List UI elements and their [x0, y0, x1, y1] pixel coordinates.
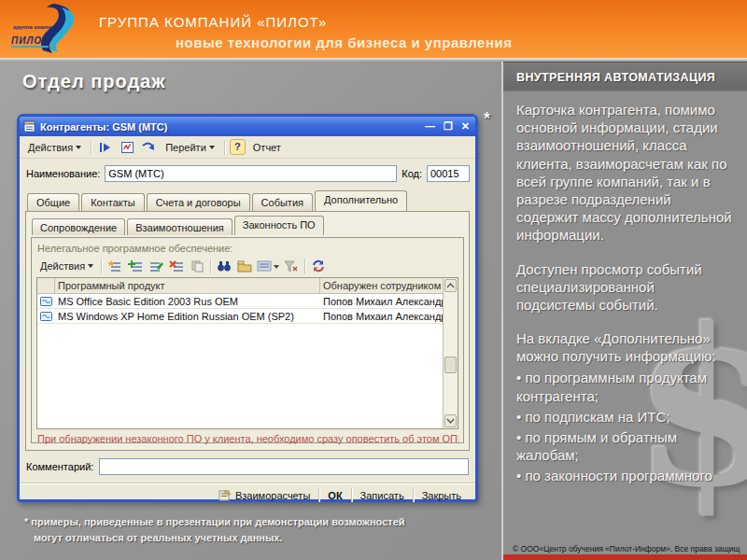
settlements-icon: [218, 489, 232, 501]
window-toolbar: Действия Перейти ?: [20, 136, 475, 159]
goto-label: Перейти: [165, 142, 206, 153]
bottom-red-strip: [503, 554, 747, 560]
minimize-icon[interactable]: —: [425, 121, 435, 132]
footnote-line2: могут отличаться от реальных учетных дан…: [34, 530, 405, 546]
structure-button[interactable]: [118, 138, 136, 156]
table-header: Программный продукт Обнаружен сотруднико…: [37, 278, 458, 294]
maximize-icon[interactable]: ❐: [444, 121, 453, 132]
scroll-down-button[interactable]: [444, 414, 457, 427]
refresh-button[interactable]: [309, 257, 328, 274]
tab-zakonnost-po[interactable]: Законность ПО: [234, 216, 324, 235]
sidebar-paragraph-3: На вкладке «Дополнительно» можно получит…: [516, 329, 736, 365]
vertical-scrollbar[interactable]: [443, 278, 458, 428]
tab-sobytiya[interactable]: События: [252, 193, 313, 211]
folder-icon: [237, 259, 252, 273]
chevron-down-icon: [76, 146, 81, 149]
delete-row-button[interactable]: [167, 257, 186, 274]
window-titlebar[interactable]: Контрагенты: GSM (МТС) — ❐ ✕: [20, 117, 475, 136]
close-icon[interactable]: ✕: [461, 121, 470, 132]
scrollbar-thumb[interactable]: [444, 357, 457, 373]
toolbar-separator: [210, 259, 211, 273]
add-copy-button[interactable]: [126, 257, 145, 274]
code-label: Код:: [402, 168, 422, 179]
window-title: Контрагенты: GSM (МТС): [40, 121, 421, 133]
footnote-asterisk: *: [484, 109, 490, 129]
list-actions-label: Действия: [40, 260, 85, 272]
report-label: Отчет: [253, 142, 281, 153]
window-button-bar: Взаиморасчеты ОК Записать Закрыть: [20, 483, 475, 504]
tab-obschie[interactable]: Общие: [27, 193, 79, 211]
list-item: по подпискам на ИТС;: [516, 408, 736, 426]
tab-scheta-i-dogovory[interactable]: Счета и договоры: [147, 193, 250, 211]
tab-soprovozhdenie[interactable]: Сопровождение: [32, 218, 125, 235]
go-back-button[interactable]: [96, 138, 115, 156]
product-column-header[interactable]: Программный продукт: [55, 278, 320, 293]
find-button[interactable]: [215, 257, 233, 274]
chevron-down-icon: [446, 418, 455, 424]
group-caption: Нелегальное программное обеспечение:: [36, 240, 458, 255]
chevron-up-icon: [446, 283, 455, 288]
settlements-label: Взаиморасчеты: [235, 490, 310, 501]
view-mode-button[interactable]: [256, 257, 280, 274]
dopolnitelno-panel: Сопровождение Взаимоотношения Законность…: [25, 211, 470, 451]
edit-row-button[interactable]: [147, 257, 165, 274]
employee-cell: Попов Михаил Александрович: [320, 310, 444, 322]
copy-icon: [190, 259, 204, 273]
logo-name-text: ПИЛОТ: [11, 35, 49, 48]
slide-header: группа компаний ПИЛОТ ГРУППА КОМПАНИЙ «П…: [0, 0, 747, 58]
sub-tabs: Сопровождение Взаимоотношения Законность…: [31, 216, 464, 237]
icon-column-header[interactable]: [37, 278, 55, 293]
toolbar-separator: [91, 140, 92, 155]
list-item: по законности программного: [516, 467, 736, 484]
tab-vzaimootnosheniya[interactable]: Взаимоотношения: [127, 218, 233, 235]
sidebar-bullet-list: по программным продуктам контрагента; по…: [516, 369, 736, 484]
software-table: Программный продукт Обнаружен сотруднико…: [36, 277, 458, 429]
filter-x-icon: [284, 259, 299, 273]
goto-menu-button[interactable]: Перейти: [161, 139, 219, 156]
toolbar-separator: [224, 140, 225, 155]
software-item-icon: [40, 297, 52, 306]
tab-dopolnitelno[interactable]: Дополнительно: [315, 190, 407, 211]
name-input[interactable]: GSM (МТС): [105, 165, 397, 182]
levels-icon: [257, 259, 279, 273]
copyright-text: © ООО«Центр обучения «Пилот-Информ». Все…: [513, 544, 740, 553]
actions-label: Действия: [28, 142, 73, 153]
comment-input[interactable]: [99, 458, 469, 475]
sidebar-text: Карточка контрагента, помимо основной ин…: [503, 91, 747, 485]
contractor-window: Контрагенты: GSM (МТС) — ❐ ✕ Действия: [17, 114, 478, 502]
list-item: по программным продуктам контрагента;: [516, 369, 736, 404]
save-button[interactable]: Записать: [352, 487, 413, 504]
footnote-line1: * примеры, приведенные в презентации при…: [24, 514, 405, 530]
go-forward-button[interactable]: [139, 138, 158, 156]
copy-row-button[interactable]: [188, 257, 206, 274]
footnote: * примеры, приведенные в презентации при…: [24, 514, 405, 546]
warning-text: При обнаружении незаконного ПО у клиента…: [36, 429, 458, 444]
ok-button[interactable]: ОК: [319, 487, 350, 504]
report-button[interactable]: Отчет: [248, 139, 286, 156]
code-input[interactable]: 00015: [427, 165, 470, 182]
scroll-up-button[interactable]: [444, 279, 457, 292]
close-button[interactable]: Закрыть: [414, 487, 470, 504]
actions-menu-button[interactable]: Действия: [23, 139, 86, 156]
help-button[interactable]: ?: [230, 139, 246, 155]
open-item-button[interactable]: [235, 257, 254, 274]
employee-column-header[interactable]: Обнаружен сотрудником: [320, 278, 444, 293]
add-row-button[interactable]: [106, 257, 124, 274]
arrow-left-icon: [98, 141, 113, 154]
table-row[interactable]: MS Windows XP Home Edition Russian OEM (…: [37, 309, 458, 324]
clear-filter-button[interactable]: [282, 257, 301, 274]
company-tagline: новые технологии для бизнеса и управлени…: [176, 35, 512, 50]
tab-kontakty[interactable]: Контакты: [81, 193, 145, 211]
binoculars-icon: [217, 259, 232, 273]
edit-pencil-icon: [148, 259, 163, 273]
add-icon: [107, 259, 122, 273]
product-cell: MS Office Basic Edition 2003 Rus OEM: [55, 295, 320, 307]
toolbar-separator: [101, 259, 102, 273]
list-actions-menu-button[interactable]: Действия: [36, 259, 97, 273]
software-item-icon: [40, 312, 52, 321]
chevron-down-icon: [209, 146, 215, 149]
add-plus-icon: [128, 259, 143, 273]
table-row[interactable]: MS Office Basic Edition 2003 Rus OEM Поп…: [37, 294, 458, 309]
company-name: ГРУППА КОМПАНИЙ «ПИЛОТ»: [99, 14, 327, 30]
settlements-button[interactable]: Взаиморасчеты: [210, 486, 318, 504]
